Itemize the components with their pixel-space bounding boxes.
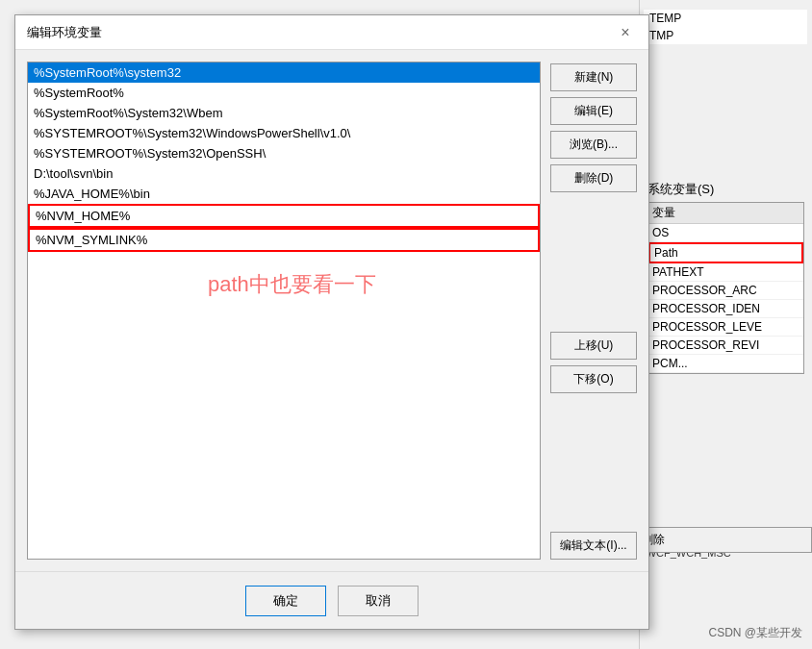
sys-var-row-processor-leve[interactable]: PROCESSOR_LEVE: [648, 318, 803, 337]
sys-var-row-pathext[interactable]: PATHEXT: [648, 263, 803, 282]
browse-button[interactable]: 浏览(B)...: [550, 131, 637, 159]
sys-var-col-header: 变量: [648, 203, 803, 224]
env-list[interactable]: %SystemRoot%\system32 %SystemRoot% %Syst…: [27, 62, 541, 560]
env-item-4[interactable]: %SYSTEMROOT%\System32\OpenSSH\: [28, 143, 540, 163]
spacer2: [550, 399, 637, 527]
edit-text-button[interactable]: 编辑文本(I)...: [550, 532, 637, 560]
env-item-8[interactable]: %NVM_SYMLINK%: [28, 228, 540, 252]
sys-var-row-path[interactable]: Path: [648, 242, 803, 263]
edit-button[interactable]: 编辑(E): [550, 97, 637, 125]
background-bottom-buttons: 编辑(I)... 删除: [639, 593, 812, 601]
close-button[interactable]: ×: [614, 21, 637, 44]
dialog-body: %SystemRoot%\system32 %SystemRoot% %Syst…: [15, 50, 648, 571]
move-up-button[interactable]: 上移(U): [550, 332, 637, 360]
dialog-titlebar: 编辑环境变量 ×: [15, 15, 648, 50]
edit-env-dialog: 编辑环境变量 × %SystemRoot%\system32 %SystemRo…: [14, 14, 649, 630]
sys-var-section: 系统变量(S) 变量 OS Path PATHEXT PROCESSOR_ARC…: [640, 173, 812, 382]
env-item-6[interactable]: %JAVA_HOME%\bin: [28, 184, 540, 204]
env-item-0[interactable]: %SystemRoot%\system32: [28, 62, 540, 83]
ok-button[interactable]: 确定: [245, 586, 326, 616]
sys-var-row-processor-arc[interactable]: PROCESSOR_ARC: [648, 282, 803, 300]
action-buttons-panel: 新建(N) 编辑(E) 浏览(B)... 删除(D) 上移(U) 下移(O) 编…: [550, 62, 637, 560]
env-item-3[interactable]: %SYSTEMROOT%\System32\WindowsPowerShell\…: [28, 123, 540, 143]
sys-var-table: 变量 OS Path PATHEXT PROCESSOR_ARC PROCESS…: [647, 202, 804, 374]
env-item-5[interactable]: D:\tool\svn\bin: [28, 163, 540, 184]
env-list-area: %SystemRoot%\system32 %SystemRoot% %Syst…: [27, 62, 541, 560]
sys-var-row-pcm[interactable]: PCM...: [648, 355, 803, 373]
env-item-2[interactable]: %SystemRoot%\System32\Wbem: [28, 103, 540, 123]
new-button[interactable]: 新建(N): [550, 63, 637, 91]
env-item-1[interactable]: %SystemRoot%: [28, 83, 540, 103]
dialog-footer: 确定 取消: [15, 571, 648, 629]
env-item-7[interactable]: %NVM_HOME%: [28, 204, 540, 228]
sys-var-label: 系统变量(S): [647, 181, 804, 198]
temp-var-item[interactable]: TEMP: [644, 10, 807, 27]
sys-var-row-processor-revi[interactable]: PROCESSOR_REVI: [648, 337, 803, 355]
sys-var-row-os[interactable]: OS: [648, 224, 803, 242]
top-right-vars-panel: TEMP TMP: [644, 10, 807, 44]
bg-delete-button[interactable]: 删除: [639, 527, 812, 553]
tmp-var-item[interactable]: TMP: [644, 27, 807, 44]
move-down-button[interactable]: 下移(O): [550, 365, 637, 393]
cancel-button[interactable]: 取消: [338, 586, 419, 616]
delete-button[interactable]: 删除(D): [550, 164, 637, 192]
spacer: [550, 198, 637, 326]
watermark: CSDN @某些开发: [708, 625, 802, 641]
sys-var-row-processor-iden[interactable]: PROCESSOR_IDEN: [648, 300, 803, 318]
dialog-title: 编辑环境变量: [27, 24, 102, 41]
